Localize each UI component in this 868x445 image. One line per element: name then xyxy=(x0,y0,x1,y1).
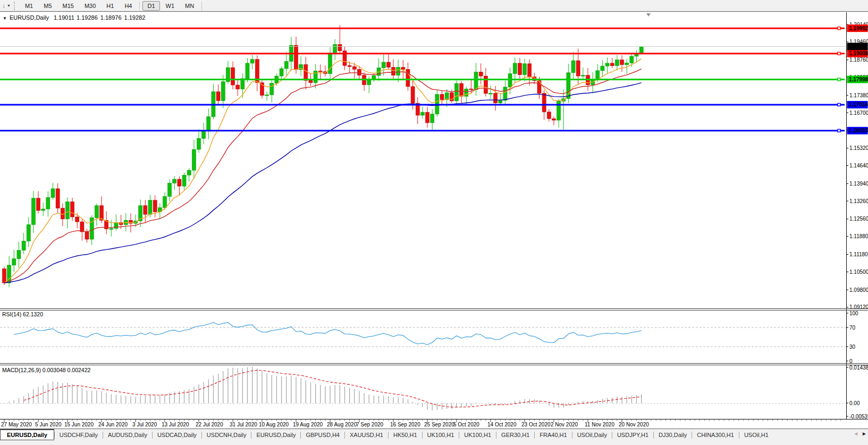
chart-tab-usdjpy-h1[interactable]: USDJPY,H1 xyxy=(612,430,653,440)
candle-body xyxy=(56,189,60,208)
candle-body xyxy=(3,269,6,283)
candle-body xyxy=(542,93,546,112)
date-label: 7 Sep 2020 xyxy=(356,422,384,427)
price-tick-label: 1.17380 xyxy=(849,93,868,98)
candle-body xyxy=(601,66,604,71)
slow-ma-line xyxy=(4,83,642,283)
line-handle[interactable] xyxy=(838,27,840,30)
line-handle[interactable] xyxy=(838,103,840,106)
toolbar-separator xyxy=(201,2,202,10)
candle-body xyxy=(552,119,555,120)
collapse-marker-icon[interactable]: ▼ xyxy=(3,16,7,21)
chart-symbol-label: EURUSD,Daily xyxy=(10,14,49,21)
cursor-tool-icon[interactable]: ↓ xyxy=(2,3,5,9)
candle-body xyxy=(95,206,98,218)
candle-body xyxy=(280,69,283,76)
price-tick-label: 1.14640 xyxy=(849,163,868,169)
timeframe-button-H4[interactable]: H4 xyxy=(120,1,137,11)
candle-body xyxy=(547,112,551,119)
price-tick-label: 1.09120 xyxy=(849,304,868,310)
timeframe-button-W1[interactable]: W1 xyxy=(161,1,180,11)
candle-body xyxy=(202,131,206,139)
timeframe-button-MN[interactable]: MN xyxy=(180,1,199,11)
timeframe-button-M5[interactable]: M5 xyxy=(39,1,56,11)
line-handle[interactable] xyxy=(838,129,840,132)
candle-body xyxy=(494,93,498,103)
chart-tab-ger30-h1[interactable]: GER30,H1 xyxy=(496,430,534,440)
dropdown-caret-icon[interactable]: ▼ xyxy=(7,4,11,8)
candle-body xyxy=(71,202,74,217)
tab-scroll-right-icon[interactable]: ► xyxy=(862,431,867,436)
chart-tab-eurusd-daily[interactable]: EURUSD,Daily xyxy=(251,430,300,440)
chart-tab-fra40-h1[interactable]: FRA40,H1 xyxy=(535,430,571,440)
candle-body xyxy=(148,200,152,215)
candle-body xyxy=(17,250,21,259)
chart-tab-usdcad-daily[interactable]: USDCAD,Daily xyxy=(153,430,201,440)
candle-body xyxy=(348,65,351,66)
date-label: 23 Oct 2020 xyxy=(521,422,551,427)
chart-tab-gbpusd-h4[interactable]: GBPUSD,H4 xyxy=(301,430,344,440)
price-tick-label: 1.12560 xyxy=(849,216,868,222)
timeframe-button-H1[interactable]: H1 xyxy=(102,1,119,11)
toolbar-separator xyxy=(139,2,140,10)
chart-tab-usdchf-daily[interactable]: USDCHF,Daily xyxy=(55,430,103,440)
candle-body xyxy=(411,87,415,103)
chart-tab-audusd-daily[interactable]: AUDUSD,Daily xyxy=(103,430,152,440)
candle-body xyxy=(469,89,473,90)
candle-body xyxy=(372,75,376,79)
date-label: 3 Jul 2020 xyxy=(132,422,157,427)
chart-tab-china300-h1[interactable]: CHINA300,H1 xyxy=(692,430,739,440)
date-label: 11 Nov 2020 xyxy=(585,422,614,427)
candle-body xyxy=(333,45,337,53)
candle-body xyxy=(357,69,361,75)
chart-shift-marker-icon[interactable] xyxy=(646,13,651,16)
timeframe-button-M1[interactable]: M1 xyxy=(20,1,38,11)
candle-body xyxy=(37,198,40,211)
line-handle[interactable] xyxy=(838,78,840,81)
candle-body xyxy=(187,170,191,175)
candle-body xyxy=(250,60,254,63)
candle-body xyxy=(182,175,186,186)
candle-body xyxy=(620,60,624,65)
chart-tab-xauusd-h1[interactable]: XAUUSD,H1 xyxy=(345,430,388,440)
timeframe-button-M30[interactable]: M30 xyxy=(80,1,100,11)
candle-body xyxy=(382,62,385,68)
candle-body xyxy=(153,200,157,212)
candle-body xyxy=(518,63,521,75)
timeframe-button-M15[interactable]: M15 xyxy=(58,1,79,11)
timeframe-button-D1[interactable]: D1 xyxy=(142,1,159,11)
tab-scroll-left-icon[interactable]: ◄ xyxy=(853,431,858,436)
candle-body xyxy=(265,95,269,96)
chart-tab-usoil-h1[interactable]: USOil,H1 xyxy=(739,430,773,440)
chart-tab-usdcnh-daily[interactable]: USDCNH,Daily xyxy=(202,430,251,440)
chart-tab-uk100-h1[interactable]: UK100,H1 xyxy=(459,430,496,440)
candle-body xyxy=(284,62,288,69)
chart-tab-eurusd-daily[interactable]: EURUSD,Daily xyxy=(0,429,54,440)
candle-body xyxy=(386,62,390,68)
candle-body xyxy=(294,45,298,70)
candle-body xyxy=(513,63,517,74)
line-handle[interactable] xyxy=(838,52,840,55)
chart-tab-dj30-daily[interactable]: DJ30,Daily xyxy=(654,430,692,440)
chart-tab-usoil-daily[interactable]: USOil,Daily xyxy=(572,430,612,440)
candle-body xyxy=(630,56,634,63)
price-badge-label: 1.17014 xyxy=(849,102,868,107)
candle-body xyxy=(338,45,342,51)
date-label: 22 Jul 2020 xyxy=(196,422,223,427)
date-label: 20 Nov 2020 xyxy=(619,422,649,427)
rsi-axis-label: 100 xyxy=(849,310,858,316)
candle-body xyxy=(454,83,458,101)
candle-body xyxy=(192,149,196,170)
toolbar-grip[interactable] xyxy=(14,2,17,10)
date-label: 10 Aug 2020 xyxy=(259,422,289,427)
price-tick-label: 1.13940 xyxy=(849,181,868,187)
chart-tab-hk50-h1[interactable]: HK50,H1 xyxy=(389,430,422,440)
rsi-indicator-label: RSI(14) 62.1320 xyxy=(2,311,43,317)
price-badge-label: 1.19992 xyxy=(849,26,868,31)
candle-body xyxy=(246,63,249,79)
candle-body xyxy=(318,71,322,72)
candle-body xyxy=(41,209,45,211)
chart-tab-uk100-h1[interactable]: UK100,H1 xyxy=(423,430,459,440)
candle-body xyxy=(392,68,395,75)
candle-body xyxy=(309,80,313,82)
